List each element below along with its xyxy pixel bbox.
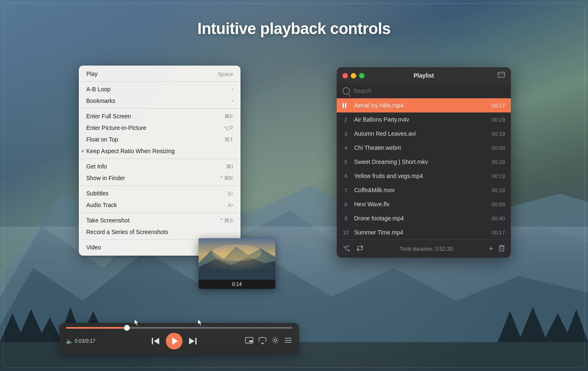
playlist-icon[interactable] (284, 337, 292, 345)
svg-point-27 (274, 339, 277, 342)
playlist-item-2[interactable]: 2 Air Ballons Party.m4v 00:19 (337, 112, 511, 127)
traffic-lights (343, 73, 364, 78)
menu-shortcut-play: Space (218, 71, 233, 77)
menu-label-series: Record a Series of Screenshots (86, 229, 233, 235)
menu-label-pip: Enter Picture-in-Picture (86, 124, 220, 131)
svg-rect-20 (152, 338, 153, 344)
svg-marker-26 (261, 342, 264, 344)
track-num-3: 3 (343, 131, 349, 137)
menu-shortcut-screenshot: ⌃⌘S (219, 217, 233, 224)
menu-label-finder: Show in Finder (86, 175, 216, 181)
track-duration-8: 00:09 (491, 201, 505, 207)
track-num-2: 2 (343, 117, 349, 123)
svg-marker-23 (189, 338, 194, 344)
thumbnail-image (199, 238, 275, 280)
track-duration-1: 00:17 (491, 103, 505, 109)
thumbnail-time: 0:14 (199, 280, 275, 289)
next-button[interactable] (188, 338, 197, 344)
repeat-icon[interactable] (356, 244, 364, 254)
playlist-search[interactable] (337, 84, 511, 98)
track-num-10: 10 (343, 229, 349, 236)
pip-icon[interactable] (245, 337, 253, 345)
menu-item-play[interactable]: Play Space (79, 68, 241, 80)
svg-marker-18 (134, 320, 138, 325)
menu-item-pip[interactable]: Enter Picture-in-Picture ⌥P (79, 122, 241, 134)
playlist-window: Playlist Aerial Icy Hills.mp4 00:17 2 (337, 67, 511, 258)
menu-item-audio[interactable]: Audio Track A › (79, 199, 241, 211)
svg-marker-19 (198, 320, 202, 325)
playlist-items: Aerial Icy Hills.mp4 00:17 2 Air Ballons… (337, 98, 511, 239)
track-name-2: Air Ballons Party.m4v (354, 116, 486, 123)
thumbnail-popup: 0:14 (199, 238, 275, 289)
arrow-icon-bookmarks: › (231, 98, 233, 104)
add-icon[interactable]: + (488, 244, 493, 254)
menu-sep-4 (79, 186, 241, 186)
playlist-item-10[interactable]: 10 Summer Time.mp4 00:17 (337, 225, 511, 239)
arrow-icon-ab: › (231, 86, 233, 92)
track-duration-9: 00:40 (491, 215, 505, 222)
svg-rect-22 (195, 338, 197, 344)
menu-sep-2 (79, 108, 241, 109)
menu-sep-1 (79, 81, 241, 82)
track-duration-6: 00:19 (491, 173, 505, 179)
playlist-item-7[interactable]: 7 Coffe&Milk.mov 00:19 (337, 183, 511, 197)
progress-thumb[interactable] (124, 325, 130, 331)
context-menu[interactable]: Play Space A-B Loop › Bookmarks › Enter … (79, 66, 241, 256)
menu-item-screenshot[interactable]: Take Screenshot ⌃⌘S (79, 215, 241, 226)
view-mode-icon[interactable] (498, 72, 505, 79)
menu-label-aspect: Keep Aspect Ratio When Resizing (86, 148, 233, 154)
play-button[interactable] (166, 333, 182, 349)
menu-item-finder[interactable]: Show in Finder ⌃⌘R (79, 172, 241, 184)
playlist-item-5[interactable]: 5 Sweet Dreaming | Short.mkv 00:28 (337, 155, 511, 169)
menu-label-audio: Audio Track (86, 202, 224, 208)
airplay-icon[interactable] (258, 337, 267, 346)
menu-item-ab-loop[interactable]: A-B Loop › (79, 83, 241, 95)
track-num-4: 4 (343, 145, 349, 151)
trash-icon[interactable] (498, 244, 505, 254)
menu-item-info[interactable]: Get Info ⌘I (79, 161, 241, 172)
close-button[interactable] (343, 73, 348, 78)
svg-rect-33 (500, 246, 504, 251)
page-title: Intuitive playback controls (0, 20, 588, 38)
volume-area[interactable]: 🔈 0:03/0:17 (66, 338, 103, 344)
menu-shortcut-subtitles: S (228, 190, 231, 197)
progress-container[interactable] (66, 327, 292, 329)
menu-label-play: Play (86, 71, 214, 77)
menu-item-fullscreen[interactable]: Enter Full Screen ⌘F (79, 110, 241, 122)
cursor-arrow-2 (197, 320, 204, 326)
playlist-item-9[interactable]: 9 Drone footage.mp4 00:40 (337, 211, 511, 225)
player-bar: 🔈 0:03/0:17 (59, 323, 299, 354)
maximize-button[interactable] (359, 73, 364, 78)
minimize-button[interactable] (351, 73, 356, 78)
track-name-3: Autumn Red Leaves.avi (354, 130, 486, 137)
play-icon (172, 337, 178, 345)
svg-marker-16 (199, 257, 275, 280)
playlist-item-3[interactable]: 3 Autumn Red Leaves.avi 00:19 (337, 127, 511, 141)
prev-button[interactable] (152, 338, 160, 344)
playlist-item-4[interactable]: 4 Chi Theater.webm 00:09 (337, 141, 511, 155)
menu-label-fullscreen: Enter Full Screen (86, 113, 221, 120)
pause-icon (343, 103, 349, 108)
track-num-1 (343, 103, 349, 108)
menu-shortcut-fullscreen: ⌘F (224, 113, 233, 120)
track-name-6: Yellow fruits and vegs.mp4 (354, 173, 486, 179)
cursor-arrow-1 (134, 320, 141, 326)
progress-track[interactable] (66, 327, 292, 329)
playlist-item-6[interactable]: 6 Yellow fruits and vegs.mp4 00:19 (337, 169, 511, 183)
settings-icon[interactable] (272, 337, 279, 346)
menu-item-aspect[interactable]: ✓ Keep Aspect Ratio When Resizing (79, 145, 241, 157)
volume-icon[interactable]: 🔈 (66, 338, 73, 344)
menu-item-float[interactable]: Float on Top ⌘T (79, 134, 241, 145)
track-num-5: 5 (343, 159, 349, 165)
menu-item-bookmarks[interactable]: Bookmarks › (79, 95, 241, 107)
menu-shortcut-audio: A (228, 202, 231, 208)
track-name-10: Summer Time.mp4 (354, 229, 486, 236)
search-input[interactable] (353, 88, 505, 94)
shuffle-icon[interactable] (343, 245, 351, 253)
playlist-item-8[interactable]: 8 Hexi Wave.flv 00:09 (337, 197, 511, 211)
menu-item-series[interactable]: Record a Series of Screenshots (79, 226, 241, 238)
playlist-title: Playlist (343, 72, 504, 79)
menu-item-subtitles[interactable]: Subtitles S › (79, 188, 241, 199)
menu-label-screenshot: Take Screenshot (86, 217, 216, 224)
playlist-item-1[interactable]: Aerial Icy Hills.mp4 00:17 (337, 98, 511, 112)
